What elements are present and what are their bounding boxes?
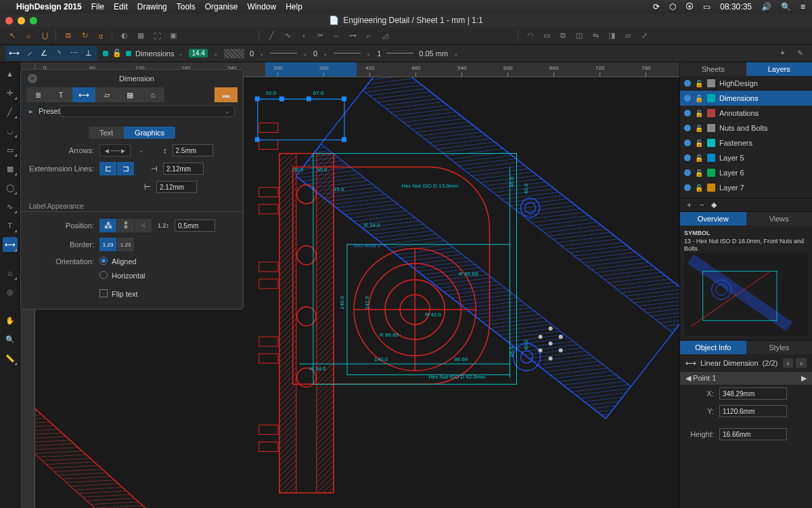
pos-below-toggle[interactable]: ⁖ [135, 219, 152, 232]
text-tool[interactable]: T [3, 218, 18, 233]
props-pen-icon[interactable]: ✎ [793, 47, 807, 60]
menu-edit[interactable]: Edit [114, 2, 128, 12]
pan-tool[interactable]: ✋ [3, 313, 18, 328]
close-inspector-button[interactable]: ✕ [28, 74, 37, 83]
shear-icon[interactable]: ▱ [621, 30, 635, 42]
dim-linear-icon[interactable]: ⟷ [7, 47, 21, 60]
alpha-icon[interactable]: α [94, 30, 108, 42]
close-window-button[interactable] [5, 17, 13, 24]
endcap[interactable] [334, 53, 361, 54]
layer-lock-icon[interactable]: 🔓 [695, 80, 703, 87]
border-box-toggle[interactable]: 1.23 [117, 238, 135, 251]
ext-right-toggle[interactable]: ⊐ [117, 162, 135, 175]
spline-tool[interactable]: ∿ [3, 199, 18, 214]
layer-color-swatch[interactable] [707, 169, 715, 177]
tab-sheets[interactable]: Sheets [680, 62, 746, 76]
menu-drawing[interactable]: Drawing [137, 2, 167, 12]
circle-tool[interactable]: ◯ [3, 180, 18, 195]
ext1-input[interactable] [163, 163, 204, 175]
layer-color-swatch[interactable] [707, 154, 715, 162]
layer-lock-icon[interactable]: 🔓 [695, 110, 703, 117]
dim-ordinate-icon[interactable]: ⊥ [82, 47, 95, 60]
x-input[interactable] [719, 387, 787, 400]
orient-horizontal-radio[interactable]: Horizontal [99, 271, 145, 280]
menu-tools[interactable]: Tools [177, 2, 196, 12]
ptab-hatch-icon[interactable]: ▦ [118, 87, 141, 102]
orient-aligned-radio[interactable]: Aligned [99, 257, 137, 266]
overlap-icon[interactable]: ◫ [572, 30, 586, 42]
layer-lock-icon[interactable]: 🔓 [695, 169, 703, 177]
zoom-tool[interactable]: 🔍 [3, 332, 18, 347]
rect-icon[interactable]: ▭ [540, 30, 554, 42]
match-icon[interactable]: ⟐ [22, 30, 35, 42]
layer-visibility-toggle[interactable] [684, 169, 691, 176]
symbol-tool[interactable]: ⌂ [3, 266, 18, 280]
tab-overview[interactable]: Overview [680, 212, 746, 226]
layer-row[interactable]: 🔓 Nuts and Bolts [680, 121, 812, 135]
layer-lock-icon[interactable]: 🔓 [695, 184, 703, 192]
layer-visibility-toggle[interactable] [684, 80, 691, 87]
seg-graphics[interactable]: Graphics [124, 127, 175, 139]
layer-options-icon[interactable]: ◆ [711, 200, 717, 209]
wifi-icon[interactable]: ⦿ [685, 2, 694, 12]
layer-visibility-toggle[interactable] [684, 110, 691, 117]
arc-tool[interactable]: ◡ [3, 123, 18, 138]
layer-row[interactable]: 🔓 Annotations [680, 106, 812, 121]
ext2-input[interactable] [156, 181, 197, 193]
tab-layers[interactable]: Layers [746, 62, 813, 76]
layer-color-swatch[interactable] [707, 139, 715, 147]
layer-color-swatch[interactable] [707, 184, 715, 192]
rect-tool[interactable]: ▭ [3, 142, 18, 157]
screenshot-icon[interactable]: ▣ [166, 30, 180, 42]
spotlight-icon[interactable]: 🔍 [781, 2, 791, 12]
pointer-tool[interactable]: ▲ [3, 66, 18, 81]
dimension-tool[interactable]: ⟷ [3, 237, 18, 252]
arrow-size-input[interactable] [173, 144, 213, 156]
layer-row[interactable]: 🔓 Fasteners [680, 135, 812, 150]
height-input[interactable] [719, 428, 787, 440]
ptab-marker-icon[interactable]: ▱ [95, 87, 118, 102]
preset-selector[interactable]: ⌄ [60, 105, 235, 117]
contrast-icon[interactable]: ◐ [118, 30, 131, 42]
measure-tool[interactable]: 📏 [3, 351, 18, 366]
clock[interactable]: 08:30:35 [720, 2, 752, 12]
position-input[interactable] [175, 219, 215, 232]
extend-icon[interactable]: ↔ [330, 30, 343, 42]
hatch-tool[interactable]: ▩ [3, 161, 18, 176]
border-none-toggle[interactable]: 1.23 [99, 238, 117, 251]
dim-angular-icon[interactable]: ∠ [37, 47, 51, 60]
ptab-style-icon[interactable]: ▬ [215, 87, 238, 102]
remove-layer-button[interactable]: － [698, 200, 706, 210]
arrow-up-icon[interactable]: ↖ [5, 30, 19, 42]
layer-lock-icon[interactable]: 🔓 [695, 125, 703, 132]
pattern-selector[interactable] [224, 49, 244, 58]
dim-aligned-icon[interactable]: ⟋ [22, 47, 36, 60]
menu-help[interactable]: Help [286, 2, 302, 12]
tab-object-info[interactable]: Object Info [680, 341, 746, 354]
layer-color-swatch[interactable] [707, 79, 715, 87]
trim-icon[interactable]: ✂ [313, 30, 327, 42]
layer-lock-icon[interactable]: 🔓 [695, 140, 703, 147]
layer-row[interactable]: 🔓 Layer 5 [680, 150, 812, 165]
ptab-lines-icon[interactable]: ≣ [26, 87, 49, 102]
layer-selector[interactable]: 🔓 Dimensions ⌄ [103, 49, 183, 58]
val-0[interactable]: 0 [250, 49, 254, 58]
seg-text[interactable]: Text [89, 127, 124, 139]
overview-preview[interactable] [684, 253, 808, 336]
pos-center-toggle[interactable]: ⁑ [117, 219, 135, 232]
scale-icon[interactable]: ⤢ [637, 30, 651, 42]
ptab-dimension-icon[interactable]: ⟷ [72, 87, 95, 102]
fillet-icon[interactable]: ⌐ [362, 30, 376, 42]
marker-tool[interactable]: ✛ [3, 85, 18, 100]
lineweight-value[interactable]: 0.05 mm [419, 49, 448, 58]
val-1[interactable]: 0 [313, 49, 317, 58]
menu-extras-icon[interactable]: ≡ [800, 2, 805, 12]
grid-icon[interactable]: ▦ [134, 30, 148, 42]
layer-color-swatch[interactable] [707, 94, 715, 102]
dim-radius-icon[interactable]: ◝ [52, 47, 66, 60]
layer-visibility-toggle[interactable] [684, 184, 691, 191]
ptab-wall-icon[interactable]: ⌂ [141, 87, 164, 102]
add-layer-button[interactable]: ＋ [685, 200, 693, 210]
zoom-window-button[interactable] [30, 17, 37, 24]
layer-row[interactable]: 🔓 Dimensions [680, 91, 812, 106]
